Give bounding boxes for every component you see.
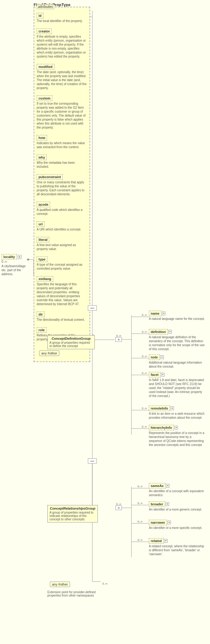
attr-dir-desc: The directionality of textual content. [37,318,87,322]
svg-text:0..∞: 0..∞ [142,372,147,375]
remoteinfo-box[interactable]: remoteInfo [149,406,170,411]
attr-pubconstraint: pubconstraint One or many constraints th… [37,174,87,196]
svg-rect-13 [116,337,122,342]
sameas-desc: An identifier of a concept with equivale… [149,489,205,497]
broader-desc: An identifier of a more generic concept. [149,507,205,511]
attr-role-box[interactable]: role [37,327,46,333]
attributes-box: attributes id The local identifier of th… [34,7,90,362]
svg-text:0..∞: 0..∞ [116,334,121,337]
attr-custom: custom If set to true the corresponding … [37,95,87,129]
diagram-container: Flex1RolePropType attributes id The loca… [0,0,210,644]
bottom-any-other-box[interactable]: any #other [50,582,70,587]
svg-text:0..∞: 0..∞ [138,502,142,505]
attr-type-box[interactable]: type [37,256,47,262]
attributes-label: attributes [37,4,54,9]
svg-text:0..∞: 0..∞ [116,503,121,506]
related-plus-icon: + [164,539,168,543]
attr-why: why Why the metadata has been included. [37,155,87,169]
name-desc: A natural language name for the concept. [149,317,205,321]
attr-id-box[interactable]: id [37,13,43,18]
attr-why-box[interactable]: why [37,155,47,160]
attr-dir-box[interactable]: dir [37,312,45,317]
related-box[interactable]: related [149,538,164,544]
attr-creator-desc: If the attribute is empty, specifies whi… [37,35,87,58]
attr-uri: uri A URI which identifies a concept. [37,221,87,231]
sameas-plus-icon: + [166,484,169,488]
attr-literal-desc: A free-text value assigned as property v… [37,243,87,251]
name-plus-icon: + [162,312,165,315]
attr-xmllang-desc: Specifies the language of this property … [37,282,87,306]
concept-rel-group[interactable]: ConceptRelationshipsGroup A group of pro… [47,505,98,522]
attr-how-box[interactable]: how [37,135,47,140]
definition-desc: A natural language definition of the sem… [149,335,205,351]
note-desc: Additional natural language information … [149,361,205,369]
attr-custom-box[interactable]: custom [37,95,52,101]
attr-creator-box[interactable]: creator [37,28,52,34]
hierarchyinfo-plus-icon: + [175,426,178,429]
svg-text:0..∞: 0..∞ [138,538,142,541]
broader-box[interactable]: broader [149,501,165,507]
svg-text:0..∞: 0..∞ [142,425,147,428]
definition-box[interactable]: definition [149,329,168,335]
concept-rel-group-desc: A group of properties required to indica… [50,511,96,521]
svg-rect-35 [116,506,122,510]
hierarchyinfo-desc: Represents the position of a concept in … [149,431,205,447]
svg-text:0..∞: 0..∞ [142,355,147,358]
attr-pubconstraint-box[interactable]: pubconstraint [37,174,63,180]
svg-text:0..∞: 0..∞ [102,582,107,585]
attr-literal: literal A free-text value assigned as pr… [37,237,87,251]
remoteinfo-plus-icon: + [171,406,174,410]
svg-text:0..∞: 0..∞ [138,485,142,488]
bottom-any-other-desc: Extension point for provider-defined pro… [47,590,96,597]
any-other-box[interactable]: any #other [39,350,59,356]
svg-text:••••: •••• [90,307,94,310]
attr-dir: dir The directionality of textual conten… [37,312,87,322]
hierarchyinfo-box[interactable]: hierarchyInfo [149,425,174,430]
attr-modified-box[interactable]: modified [37,64,54,69]
concept-def-group-label: ConceptDefinitionGroup [50,337,93,340]
svg-text:0..∞: 0..∞ [142,313,147,316]
remoteinfo-desc: A link to an item or a web resource whic… [149,412,205,420]
attr-uri-box[interactable]: uri [37,221,45,227]
attr-xmllang-box[interactable]: xmllang [37,276,53,282]
right-item-related: related + A related concept, where the r… [149,538,205,556]
attr-literal-box[interactable]: literal [37,237,49,242]
svg-rect-30 [88,459,97,463]
right-item-note: note + Additional natural language infor… [149,354,205,369]
attr-qcode: qcode A qualified code which identifies … [37,202,87,216]
concept-def-group[interactable]: ConceptDefinitionGroup A group of proper… [47,335,95,349]
attr-custom-desc: If set to true the corresponding propert… [37,102,87,129]
locality-box[interactable]: locality [2,254,17,260]
right-item-narrower: narrower + An identifier of a more speci… [149,520,205,530]
attr-id-desc: The local identifier of the property. [37,19,87,23]
concept-def-group-desc: A group of properties required to define… [50,341,93,348]
narrower-box[interactable]: narrower [149,520,167,525]
svg-text:⊕: ⊕ [118,338,120,341]
concept-rel-group-label: ConceptRelationshipsGroup [50,507,96,510]
narrower-plus-icon: + [168,521,171,524]
right-item-sameas: sameAs + An identifier of a concept with… [149,483,205,497]
attr-modified: modified The date (and, optionally, the … [37,64,87,90]
attr-how-desc: Indicates by which means the value was e… [37,141,87,149]
related-desc: A related concept, where the relationshi… [149,544,205,556]
sameas-box[interactable]: sameAs [149,483,165,489]
facet-plus-icon: + [161,373,164,376]
facet-desc: In NAR 1.8 and later, facet is deprecate… [149,378,205,398]
attr-uri-desc: A URI which identifies a concept. [37,227,87,231]
name-box[interactable]: name [149,311,161,316]
svg-text:0..∞: 0..∞ [138,520,142,523]
bottom-any-other-container: any #other Extension point for provider-… [47,577,96,597]
attr-how: how Indicates by which means the value w… [37,135,87,149]
locality-mult: 0..∞ [2,260,26,263]
note-box[interactable]: note [149,354,160,360]
attr-qcode-box[interactable]: qcode [37,202,50,207]
facet-box[interactable]: facet [149,372,160,377]
note-plus-icon: + [160,355,164,359]
locality-desc: A city/town/village etc. part of the add… [2,264,26,276]
locality-container: locality + 0..∞ A city/town/village etc.… [2,254,26,276]
attr-qcode-desc: A qualified code which identifies a conc… [37,208,87,216]
attr-xmllang: xmllang Specifies the language of this p… [37,276,87,306]
attr-pubconstraint-desc: One or many constraints that apply to pu… [37,180,87,196]
svg-text:••••: •••• [90,460,94,463]
svg-text:0..∞: 0..∞ [142,407,147,410]
